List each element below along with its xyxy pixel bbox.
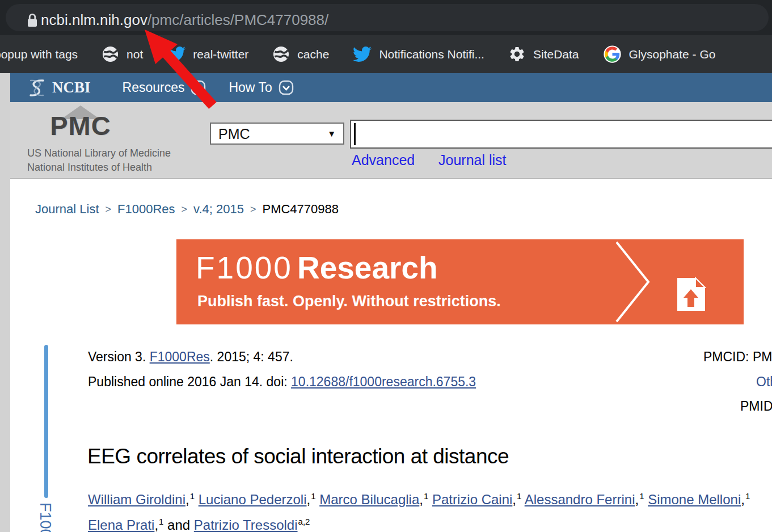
version-text: Version 3. — [88, 349, 150, 364]
bookmark-not[interactable]: not — [102, 45, 143, 63]
author-comma: , — [185, 492, 189, 507]
bookmark-sitedata[interactable]: SiteData — [508, 45, 579, 63]
author-comma: , — [419, 492, 423, 507]
author-affiliation-sup: 1 — [517, 491, 521, 501]
bookmark-notifications-notifi-[interactable]: Notifications Notifi... — [353, 45, 484, 64]
bookmark-label: Notifications Notifi... — [379, 48, 484, 61]
author-affiliation-sup: 1 — [639, 491, 644, 501]
bookmark-label: not — [126, 48, 143, 61]
breadcrumb: Journal List>F1000Res>v.4; 2015>PMC47709… — [35, 202, 339, 217]
f1000-banner[interactable]: F1000Research Publish fast. Openly. With… — [176, 239, 744, 324]
author-link[interactable]: Patrizio Caini — [432, 492, 512, 507]
f1000-brand-bold: Research — [297, 250, 438, 285]
breadcrumb-f1000res[interactable]: F1000Res — [117, 202, 175, 216]
breadcrumb-separator: > — [250, 204, 256, 215]
ncbi-logo-link[interactable]: NCBI — [26, 78, 91, 98]
globe-icon — [102, 45, 119, 63]
author-link[interactable]: Patrizio Tressoldi — [194, 517, 298, 532]
browser-toolbar: ncbi.nlm.nih.gov/pmc/articles/PMC4770988… — [0, 0, 772, 35]
chevron-down-icon — [279, 80, 294, 95]
org-line-1: US National Library of Medicine — [27, 147, 171, 159]
pmc-logo-link[interactable]: PMC — [45, 105, 116, 141]
address-bar[interactable]: ncbi.nlm.nih.gov/pmc/articles/PMC4770988… — [6, 4, 769, 31]
f1000-banner-tagline: Publish fast. Openly. Without restrictio… — [197, 293, 501, 310]
f1000-banner-brand: F1000Research — [196, 250, 438, 286]
other-versions-link[interactable]: Other versions — [756, 374, 772, 390]
how-to-label: How To — [229, 80, 272, 95]
author-comma: , — [635, 492, 639, 507]
database-select-value: PMC — [218, 126, 250, 142]
bookmark-popup-with-tags[interactable]: popup with tags — [0, 48, 78, 61]
database-select[interactable]: PMC ▼ — [210, 123, 344, 145]
author-spacer — [195, 492, 199, 507]
breadcrumb-separator: > — [106, 204, 112, 215]
author-link[interactable]: Luciano Pederzoli — [199, 492, 307, 507]
doi-link[interactable]: 10.12688/f1000research.6755.3 — [291, 374, 476, 389]
author-link[interactable]: Marco Bilucaglia — [319, 492, 419, 507]
breadcrumb-separator: > — [182, 204, 188, 215]
ncbi-dna-icon — [26, 78, 48, 98]
author-link[interactable]: Elena Prati — [88, 517, 154, 532]
resources-menu[interactable]: Resources — [123, 80, 206, 95]
url-domain: ncbi.nlm.nih.gov — [41, 11, 147, 28]
author-spacer — [428, 492, 432, 507]
author-affiliation-sup: 1 — [190, 491, 195, 501]
author-link[interactable]: Alessandro Ferrini — [525, 492, 635, 507]
bookmark-label: popup with tags — [0, 48, 78, 61]
journal-list-link[interactable]: Journal list — [438, 152, 507, 168]
author-line: William Giroldini,1 Luciano Pederzoli,1 … — [88, 487, 750, 512]
breadcrumb-v-4-2015[interactable]: v.4; 2015 — [193, 202, 244, 216]
bookmark-glysophate-go[interactable]: Glysophate - Go — [603, 45, 716, 64]
author-comma: , — [741, 492, 745, 507]
author-conjunction: and — [167, 517, 194, 532]
url-path: /pmc/articles/PMC4770988/ — [147, 11, 328, 28]
pmid-text: PMID: — [740, 399, 772, 414]
ncbi-nav-bar: NCBI Resources How To — [10, 73, 772, 102]
author-link[interactable]: Simone Melloni — [648, 492, 741, 507]
gear-icon — [508, 45, 526, 63]
journal-link[interactable]: F1000Res — [150, 349, 210, 364]
published-line: Published online 2016 Jan 14. doi: 10.12… — [88, 374, 476, 390]
pmc-logo-text: PMC — [45, 110, 116, 141]
search-field-wrap — [350, 120, 772, 149]
bookmark-real-twitter[interactable]: real-twitter — [167, 45, 248, 64]
author-affiliation-sup: 1 — [745, 491, 750, 501]
bookmark-label: cache — [297, 48, 329, 61]
citation-line: Version 3. F1000Res. 2015; 4: 457. — [88, 349, 293, 365]
author-affiliation-sup: 1 — [311, 491, 315, 501]
resources-label: Resources — [123, 80, 185, 95]
pmcid-text: PMCID: PMC4770988 — [703, 349, 772, 365]
author-comma: , — [307, 492, 311, 507]
document-upload-icon — [676, 277, 706, 312]
author-affiliation-sup: a,2 — [298, 517, 310, 526]
author-comma: , — [512, 492, 516, 507]
published-text: Published online 2016 Jan 14. doi: — [88, 374, 291, 389]
advanced-link[interactable]: Advanced — [352, 152, 415, 168]
pmc-header: PMC US National Library of Medicine Nati… — [10, 102, 772, 179]
author-list: William Giroldini,1 Luciano Pederzoli,1 … — [88, 487, 750, 532]
browser-window: ncbi.nlm.nih.gov/pmc/articles/PMC4770988… — [0, 0, 772, 532]
search-input[interactable] — [350, 120, 772, 149]
bookmark-label: SiteData — [533, 48, 579, 61]
bookmark-label: real-twitter — [193, 48, 248, 61]
author-link[interactable]: William Giroldini — [88, 492, 185, 507]
page-background-strip — [0, 73, 10, 532]
google-icon — [603, 45, 622, 64]
lock-icon[interactable] — [25, 12, 40, 30]
journal-side-rule — [44, 345, 48, 498]
chevron-down-icon — [191, 80, 206, 95]
journal-side-label: F1000Res — [36, 503, 54, 532]
bookmarks-bar: popup with tags not real-twitter cache N… — [0, 35, 772, 73]
breadcrumb-journal-list[interactable]: Journal List — [35, 202, 99, 216]
author-line: Elena Prati,1 and Patrizio Tressoldia,2 — [88, 512, 750, 532]
breadcrumb-pmc4770988: PMC4770988 — [262, 202, 339, 216]
bookmark-label: Glysophate - Go — [629, 48, 716, 61]
text-cursor — [354, 123, 356, 145]
f1000-brand-light: F1000 — [196, 250, 293, 285]
bookmark-cache[interactable]: cache — [272, 45, 329, 63]
ncbi-brand-text: NCBI — [52, 79, 91, 96]
citation-tail: . 2015; 4: 457. — [210, 349, 293, 364]
how-to-menu[interactable]: How To — [229, 80, 293, 95]
author-comma: , — [154, 517, 158, 532]
article-title: EEG correlates of social interaction at … — [87, 445, 509, 468]
